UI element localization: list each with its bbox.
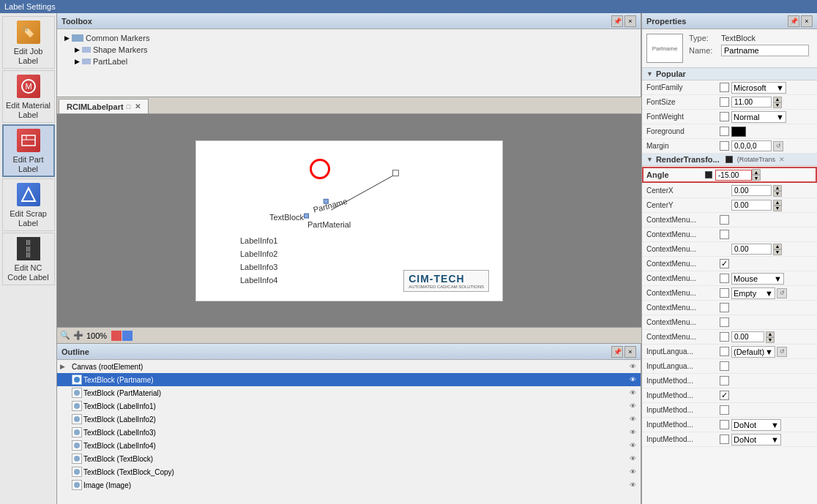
eye-icon-labelinfo2[interactable]: 👁: [627, 414, 638, 424]
popular-section-header[interactable]: ▼ Popular: [642, 68, 817, 80]
tree-item-shape-markers[interactable]: ▶ Shape Markers: [60, 44, 638, 56]
tab-rcimlabelpart[interactable]: RCIMLabelpart □ ✕: [59, 99, 149, 113]
prop-margin-reset[interactable]: ↺: [773, 141, 783, 151]
rendertransform-section-header[interactable]: ▼ RenderTransfo... (RotateTrans ✕: [642, 154, 817, 166]
prop-fontfamily-dropdown[interactable]: Microsoft ▼: [731, 82, 786, 94]
prop-contextmenu4-checkbox[interactable]: ✓: [720, 259, 729, 268]
prop-inputmethod3-checkbox[interactable]: [720, 405, 729, 415]
eye-icon-labelinfo4[interactable]: 👁: [627, 440, 638, 451]
canvas-partname-label[interactable]: Partname: [312, 196, 348, 214]
prop-inputlangua1-checkbox[interactable]: [720, 347, 729, 356]
outline-item-tb-labelinfo3[interactable]: TextBlock (LabelInfo3) 👁: [57, 426, 641, 439]
prop-contextmenu3-input[interactable]: [731, 244, 772, 255]
prop-inputmethod2-checkbox[interactable]: ✓: [720, 391, 729, 400]
prop-margin-input[interactable]: [731, 140, 772, 151]
prop-inputmethod5-checkbox[interactable]: [720, 435, 729, 444]
prop-inputmethod1-checkbox[interactable]: [720, 376, 729, 385]
prop-inputmethod5-dropdown[interactable]: DoNot ▼: [731, 434, 781, 445]
edit-scrap-label: Edit Scrap Label: [10, 209, 47, 228]
prop-foreground-color[interactable]: [731, 127, 746, 137]
eye-icon-copy[interactable]: 👁: [627, 467, 638, 477]
prop-inputmethod4-checkbox[interactable]: [720, 420, 729, 429]
edit-part-label-button[interactable]: Edit Part Label: [2, 124, 55, 177]
prop-centerx-input[interactable]: [731, 185, 772, 196]
canvas-bottom-bar: 🔍 ➕ 100%: [57, 327, 641, 343]
edit-material-label-button[interactable]: M Edit Material Label: [2, 70, 55, 123]
prop-fontweight-checkbox[interactable]: [720, 112, 729, 121]
outline-item-tb-partname[interactable]: TextBlock (Partname) 👁: [57, 373, 641, 386]
outline-close-button[interactable]: ×: [624, 346, 636, 358]
prop-foreground-checkbox[interactable]: [720, 127, 729, 136]
eye-icon-partname[interactable]: 👁: [627, 375, 638, 385]
prop-contextmenu3-down[interactable]: ▼: [773, 249, 782, 255]
prop-fontfamily-checkbox[interactable]: [720, 83, 729, 92]
prop-contextmenu8-checkbox[interactable]: [720, 317, 729, 327]
prop-fontsize-checkbox[interactable]: [720, 97, 729, 107]
outline-item-tb-labelinfo4[interactable]: TextBlock (LabelInfo4) 👁: [57, 439, 641, 452]
eye-icon-textblock[interactable]: 👁: [627, 454, 638, 464]
props-close-button[interactable]: ×: [801, 15, 813, 27]
properties-controls: 📌 ×: [788, 15, 813, 27]
prop-contextmenu6-dropdown[interactable]: Empty ▼: [731, 287, 775, 299]
eye-icon-canvas[interactable]: 👁: [627, 361, 638, 372]
prop-contextmenu5-dropdown[interactable]: Mouse ▼: [731, 273, 784, 285]
prop-centery-up[interactable]: ▲: [773, 200, 782, 206]
prop-fontweight-dropdown[interactable]: Normal ▼: [731, 111, 786, 123]
prop-contextmenu6-checkbox[interactable]: [720, 288, 729, 298]
prop-contextmenu5-checkbox[interactable]: [720, 274, 729, 283]
toolbox-pin-button[interactable]: 📌: [611, 15, 623, 27]
prop-inputmethod4-dropdown[interactable]: DoNot ▼: [731, 419, 781, 431]
prop-fontsize-down[interactable]: ▼: [773, 102, 782, 108]
prop-centerx-up[interactable]: ▲: [773, 185, 782, 191]
outline-item-canvas-root[interactable]: ▶ Canvas (rootElement) 👁: [57, 360, 641, 373]
edit-job-label-button[interactable]: 🏷️ Edit Job Label: [2, 16, 55, 69]
edit-material-label: Edit Material Label: [6, 101, 51, 120]
canvas-zoom-icon[interactable]: 🔍: [60, 331, 70, 340]
toolbox-close-button[interactable]: ×: [624, 15, 636, 27]
prop-inputlangua2-checkbox[interactable]: [720, 361, 729, 371]
edit-nc-label-button[interactable]: ||||||||| Edit NC Code Label: [2, 233, 55, 285]
props-pin-button[interactable]: 📌: [788, 15, 799, 27]
prop-angle-up[interactable]: ▲: [752, 169, 761, 175]
prop-fontsize-input[interactable]: [731, 97, 772, 108]
prop-centery-down[interactable]: ▼: [773, 206, 782, 211]
eye-icon-labelinfo3[interactable]: 👁: [627, 427, 638, 437]
edit-scrap-label-button[interactable]: Edit Scrap Label: [2, 178, 55, 231]
prop-contextmenu1-checkbox[interactable]: [720, 215, 729, 225]
prop-contextmenu7-checkbox[interactable]: [720, 303, 729, 312]
tab-close-button[interactable]: ✕: [135, 102, 141, 110]
prop-contextmenu9-down[interactable]: ▼: [766, 337, 775, 343]
prop-centerx-down[interactable]: ▼: [773, 191, 782, 197]
outline-item-tb-textblock[interactable]: TextBlock (TextBlock) 👁: [57, 452, 641, 465]
canvas-area[interactable]: TextBlock Partname PartMaterial LabelInf…: [57, 114, 641, 327]
outline-item-tb-copy[interactable]: TextBlock (TextBlock_Copy) 👁: [57, 465, 641, 478]
prop-centery-input[interactable]: [731, 200, 772, 211]
tree-item-common-markers[interactable]: ▶ Common Markers: [60, 32, 638, 44]
outline-pin-button[interactable]: 📌: [611, 346, 623, 358]
tree-item-partlabel[interactable]: ▶ PartLabel: [60, 56, 638, 67]
outline-item-image[interactable]: Image (Image) 👁: [57, 478, 641, 492]
outline-item-tb-partmaterial[interactable]: TextBlock (PartMaterial) 👁: [57, 386, 641, 399]
prop-inputlangua1-label: InputLangua...: [646, 347, 720, 356]
rendertransform-close[interactable]: ✕: [779, 156, 785, 163]
prop-angle-down[interactable]: ▼: [752, 175, 761, 181]
prop-contextmenu3-up[interactable]: ▲: [773, 244, 782, 249]
prop-contextmenu9-checkbox[interactable]: [720, 332, 729, 342]
prop-contextmenu9-input[interactable]: [731, 331, 764, 342]
prop-name-input[interactable]: [721, 45, 809, 56]
prop-margin-checkbox[interactable]: [720, 141, 729, 151]
canvas-zoom-minus[interactable]: ➕: [73, 331, 83, 340]
prop-contextmenu9-up[interactable]: ▲: [766, 331, 775, 337]
prop-inputlangua1-dropdown[interactable]: (Default) ▼: [731, 346, 775, 358]
outline-item-tb-labelinfo2[interactable]: TextBlock (LabelInfo2) 👁: [57, 413, 641, 426]
outline-item-tb-labelinfo1[interactable]: TextBlock (LabelInfo1) 👁: [57, 399, 641, 413]
prop-inputlangua1-reset[interactable]: ↺: [777, 347, 787, 357]
prop-fontsize-up[interactable]: ▲: [773, 97, 782, 102]
prop-angle-input[interactable]: [715, 170, 752, 181]
prop-contextmenu6-reset[interactable]: ↺: [777, 288, 787, 298]
eye-icon-image[interactable]: 👁: [627, 480, 638, 490]
prop-contextmenu2-checkbox[interactable]: [720, 230, 729, 239]
tab-maximize-button[interactable]: □: [127, 103, 130, 110]
eye-icon-labelinfo1[interactable]: 👁: [627, 401, 638, 411]
eye-icon-partmaterial[interactable]: 👁: [627, 388, 638, 398]
